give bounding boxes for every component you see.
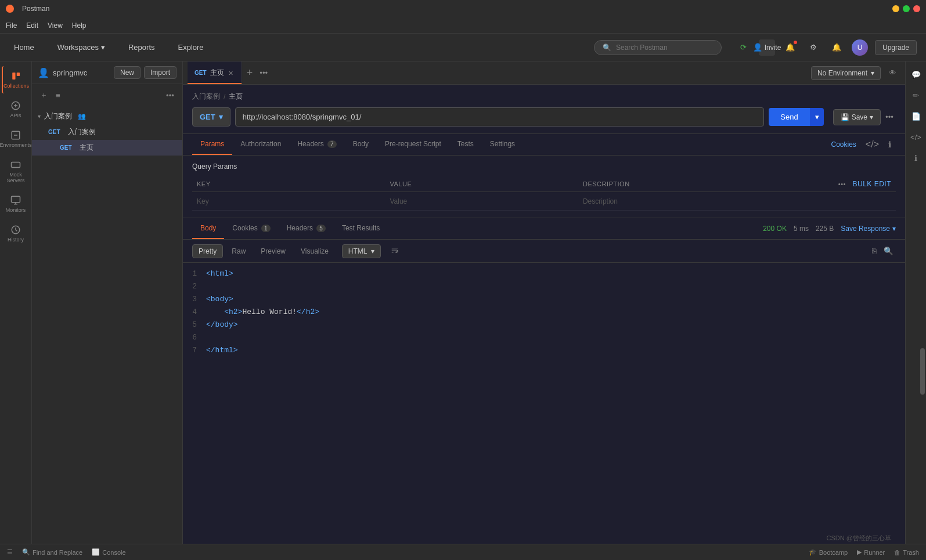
sidebar-item-mock-servers[interactable]: Mock Servers <box>2 155 30 188</box>
avatar[interactable]: U <box>852 39 868 56</box>
method-selector[interactable]: GET ▾ <box>192 107 230 127</box>
upgrade-button[interactable]: Upgrade <box>875 40 917 55</box>
sidebar-item-collections[interactable]: Collections <box>2 66 30 93</box>
req-tab-headers[interactable]: Headers 7 <box>289 134 344 155</box>
invite-button[interactable]: 👤Invite <box>759 39 775 56</box>
new-tab-button[interactable]: + <box>242 67 258 79</box>
document-icon[interactable]: 📄 <box>908 108 924 124</box>
code-line-7: </html> <box>206 344 896 357</box>
code-icon[interactable]: </> <box>908 129 924 145</box>
line-number-4: 4 <box>192 306 197 319</box>
tab-close-button[interactable]: × <box>228 68 235 78</box>
response-tab-test-results[interactable]: Test Results <box>334 218 388 239</box>
comment-icon[interactable]: 💬 <box>908 66 924 82</box>
menu-edit[interactable]: Edit <box>26 21 38 30</box>
line-number-1: 1 <box>192 268 197 280</box>
console-button[interactable]: ⬜ Console <box>92 548 125 556</box>
request-item-home[interactable]: GET 主页 <box>32 140 182 156</box>
req-tab-pre-request[interactable]: Pre-request Script <box>377 134 449 155</box>
import-button[interactable]: Import <box>144 66 176 79</box>
tab-more-button[interactable]: ••• <box>257 68 270 77</box>
trash-item[interactable]: 🗑 Trash <box>894 549 919 556</box>
main-content: GET 主页 × + ••• No Environment ▾ 👁 入门案例 <box>183 62 905 544</box>
runner-item[interactable]: ▶ Runner <box>857 548 885 556</box>
send-group: Send ▾ <box>769 108 823 126</box>
bulk-edit-button[interactable]: Bulk Edit <box>852 180 891 188</box>
nav-home[interactable]: Home <box>9 41 39 54</box>
search-input[interactable] <box>616 44 713 52</box>
save-button[interactable]: 💾 Save ▾ <box>833 109 881 125</box>
search-response-button[interactable]: 🔍 <box>881 244 896 258</box>
more-options-button[interactable]: ••• <box>164 89 176 102</box>
info-panel-icon[interactable]: ℹ <box>908 150 924 166</box>
nav-reports[interactable]: Reports <box>124 41 160 54</box>
req-tab-tests[interactable]: Tests <box>449 134 482 155</box>
copy-response-button[interactable]: ⎘ <box>870 244 879 258</box>
save-response-button[interactable]: Save Response ▾ <box>841 225 896 233</box>
value-input[interactable] <box>390 197 573 205</box>
close-button[interactable] <box>913 5 920 12</box>
env-dropdown[interactable]: No Environment ▾ <box>811 66 881 80</box>
find-replace-button[interactable]: 🔍 Find and Replace <box>22 548 82 556</box>
format-pretty-button[interactable]: Pretty <box>192 244 223 258</box>
bell-icon[interactable]: 🔔 <box>828 39 845 56</box>
svg-rect-1 <box>17 73 20 76</box>
notification-icon[interactable]: 🔔 <box>782 39 798 56</box>
cookies-link[interactable]: Cookies <box>831 140 856 149</box>
bootcamp-item[interactable]: 🎓 Bootcamp <box>809 548 848 556</box>
request-tab-home[interactable]: GET 主页 × <box>188 62 242 84</box>
maximize-button[interactable] <box>903 5 910 12</box>
request-item-intro[interactable]: GET 入门案例 <box>32 124 182 140</box>
send-dropdown-button[interactable]: ▾ <box>810 108 824 126</box>
top-nav: Home Workspaces ▾ Reports Explore 🔍 ⟳ 👤I… <box>0 34 926 62</box>
sidebar-icons: Collections APIs Environments Mock Serve… <box>0 62 32 544</box>
more-options-btn[interactable]: ••• <box>883 110 896 124</box>
search-bar[interactable]: 🔍 <box>594 40 722 55</box>
tab-method: GET <box>194 70 207 76</box>
app-title: Postman <box>22 5 49 13</box>
menu-view[interactable]: View <box>48 21 63 30</box>
find-icon: 🔍 <box>22 548 30 556</box>
req-tab-authorization[interactable]: Authorization <box>232 134 289 155</box>
language-selector[interactable]: HTML ▾ <box>342 244 381 258</box>
format-preview-button[interactable]: Preview <box>254 244 292 258</box>
edit-icon[interactable]: ✏ <box>908 87 924 103</box>
env-eye-icon[interactable]: 👁 <box>884 65 900 81</box>
word-wrap-button[interactable] <box>385 243 404 259</box>
format-visualize-button[interactable]: Visualize <box>294 244 335 258</box>
format-raw-button[interactable]: Raw <box>225 244 252 258</box>
sidebar-toggle-button[interactable]: ☰ <box>7 548 13 556</box>
response-tab-cookies[interactable]: Cookies 1 <box>224 218 278 239</box>
nav-explore[interactable]: Explore <box>174 41 208 54</box>
nav-workspaces[interactable]: Workspaces ▾ <box>53 41 110 54</box>
response-tab-body[interactable]: Body <box>192 218 224 239</box>
search-icon: 🔍 <box>603 44 611 52</box>
code-view-button[interactable]: </> <box>861 137 884 152</box>
sidebar-item-history[interactable]: History <box>2 220 30 247</box>
menu-help[interactable]: Help <box>72 21 87 30</box>
filter-button[interactable]: ≡ <box>53 89 63 102</box>
req-tab-body[interactable]: Body <box>345 134 377 155</box>
url-input[interactable] <box>235 107 765 127</box>
req-tab-settings[interactable]: Settings <box>482 134 523 155</box>
sidebar-item-apis[interactable]: APIs <box>2 96 30 123</box>
settings-icon[interactable]: ⚙ <box>805 39 821 56</box>
breadcrumb-separator: / <box>224 93 225 101</box>
sync-icon[interactable]: ⟳ <box>736 39 752 56</box>
key-input[interactable] <box>197 197 380 205</box>
req-tab-params[interactable]: Params <box>192 134 232 155</box>
add-collection-button[interactable]: ＋ <box>38 88 50 103</box>
sidebar-item-monitors[interactable]: Monitors <box>2 190 30 218</box>
info-button[interactable]: ℹ <box>884 138 896 151</box>
wrap-icon <box>391 246 399 254</box>
send-button[interactable]: Send <box>769 108 809 126</box>
sidebar-item-environments[interactable]: Environments <box>2 125 30 153</box>
collection-item[interactable]: ▾ 入门案例 👥 <box>32 109 182 124</box>
response-tab-headers[interactable]: Headers 5 <box>279 218 334 239</box>
menu-file[interactable]: File <box>6 21 17 30</box>
nav-actions: ⟳ 👤Invite 🔔 ⚙ 🔔 U Upgrade <box>736 39 917 56</box>
description-input[interactable] <box>583 197 766 205</box>
minimize-button[interactable] <box>892 5 899 12</box>
collections-icon <box>11 71 21 81</box>
new-button[interactable]: New <box>114 66 140 79</box>
